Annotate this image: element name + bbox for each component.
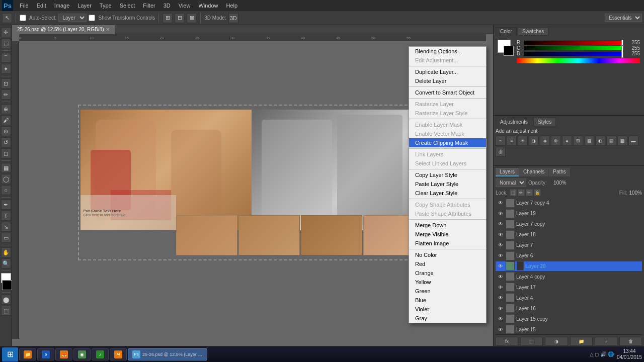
r-slider[interactable]: [524, 40, 624, 45]
ctx-rasterize-layer-style[interactable]: Rasterize Layer Style: [409, 109, 486, 118]
adj-posterize[interactable]: ▤: [606, 136, 616, 146]
taskbar-chrome[interactable]: ◉: [73, 348, 91, 360]
g-slider[interactable]: [524, 46, 624, 51]
ctx-no-color[interactable]: No Color: [409, 250, 486, 259]
ctx-paste-layer-style[interactable]: Paste Layer Style: [409, 179, 486, 189]
channels-tab[interactable]: Channels: [519, 168, 548, 176]
adj-channel-mixer[interactable]: ⊞: [573, 136, 583, 146]
layer-item-layer-16[interactable]: 👁Layer 16: [496, 303, 642, 313]
eyedropper-tool[interactable]: ✏: [1, 89, 11, 100]
b-slider[interactable]: [524, 51, 624, 56]
lasso-tool[interactable]: ⌒: [1, 53, 11, 63]
menu-filter[interactable]: Filter: [139, 2, 158, 10]
adj-brightness[interactable]: ☀: [518, 136, 528, 146]
color-spectrum-bar[interactable]: [517, 58, 640, 63]
taskbar-explorer[interactable]: 📁: [19, 348, 36, 360]
layer-item-layer-19[interactable]: 👁Layer 19: [496, 209, 642, 219]
ctx-flatten-image[interactable]: Flatten Image: [409, 239, 486, 248]
align-right[interactable]: ⊠: [187, 13, 197, 23]
ctx-blending-options[interactable]: Blending Options...: [409, 47, 486, 56]
ctx-copy-layer-style[interactable]: Copy Layer Style: [409, 170, 486, 179]
layer-item-layer-20[interactable]: 👁Layer 20: [496, 261, 642, 272]
ctx-convert-smart-object[interactable]: Convert to Smart Object: [409, 88, 486, 97]
ctx-blue[interactable]: Blue: [409, 296, 486, 305]
layer-eye-layer-6[interactable]: 👁: [497, 252, 504, 259]
ctx-violet[interactable]: Violet: [409, 305, 486, 314]
layer-item-layer-15[interactable]: 👁Layer 15: [496, 324, 642, 334]
layer-item-layer-4[interactable]: 👁Layer 4: [496, 293, 642, 303]
menu-help[interactable]: Help: [223, 2, 242, 10]
adj-levels[interactable]: ≡: [507, 136, 517, 146]
menu-file[interactable]: File: [16, 2, 32, 10]
adj-gradient-map[interactable]: ▬: [628, 136, 638, 146]
add-adj-btn[interactable]: ◑: [545, 337, 568, 346]
rectangle-select-tool[interactable]: ⬚: [1, 38, 11, 48]
dodge-tool[interactable]: ○: [1, 185, 11, 195]
taskbar-photoshop[interactable]: Ps 25-26.psd @ 12.5% (Layer 20, RGB/8): [128, 348, 207, 360]
layer-eye-layer-15-copy[interactable]: 👁: [497, 315, 504, 322]
layer-item-layer-4-copy[interactable]: 👁Layer 4 copy: [496, 272, 642, 282]
layer-eye-layer-4-copy[interactable]: 👁: [497, 273, 504, 280]
eraser-tool[interactable]: ◻: [1, 148, 11, 158]
taskbar-ie[interactable]: e: [37, 348, 54, 360]
menu-type[interactable]: Type: [96, 2, 115, 10]
ctx-clear-layer-style[interactable]: Clear Layer Style: [409, 189, 486, 198]
ctx-yellow[interactable]: Yellow: [409, 278, 486, 287]
show-transform-checkbox[interactable]: [89, 15, 95, 21]
paths-tab[interactable]: Paths: [549, 168, 570, 176]
background-color[interactable]: [2, 280, 12, 290]
screen-mode-btn[interactable]: ⬚: [1, 306, 11, 316]
new-group-btn[interactable]: 📁: [570, 337, 593, 346]
tab-close-btn[interactable]: ✕: [106, 27, 110, 32]
blur-tool[interactable]: ◯: [1, 174, 11, 184]
magic-wand-tool[interactable]: ✦: [1, 64, 11, 74]
taskbar-music[interactable]: ♪: [92, 348, 109, 360]
fg-bg-colors[interactable]: [498, 40, 514, 56]
ctx-rasterize-layer[interactable]: Rasterize Layer: [409, 100, 486, 109]
brush-tool[interactable]: 🖌: [1, 115, 11, 125]
layers-tab[interactable]: Layers: [496, 168, 519, 176]
menu-edit[interactable]: Edit: [33, 2, 50, 10]
swatches-tab[interactable]: Swatches: [518, 27, 548, 36]
adj-vibrance[interactable]: ◈: [540, 136, 550, 146]
ctx-paste-shape-attr[interactable]: Paste Shape Attributes: [409, 209, 486, 218]
start-button[interactable]: ⊞: [2, 347, 18, 361]
lock-pixels-btn[interactable]: ✏: [518, 189, 525, 196]
menu-window[interactable]: Window: [195, 2, 221, 10]
align-left[interactable]: ⊞: [163, 13, 173, 23]
lock-position-btn[interactable]: ✛: [526, 189, 533, 196]
ctx-select-linked-layers[interactable]: Select Linked Layers: [409, 159, 486, 168]
align-center[interactable]: ⊟: [175, 13, 185, 23]
zoom-tool[interactable]: 🔍: [1, 258, 11, 268]
taskbar-firefox[interactable]: 🦊: [55, 348, 72, 360]
adj-curves[interactable]: ~: [496, 136, 506, 146]
ctx-copy-shape-attr[interactable]: Copy Shape Attributes: [409, 200, 486, 209]
ctx-link-layers[interactable]: Link Layers: [409, 150, 486, 159]
quick-mask-btn[interactable]: ⬤: [1, 295, 11, 305]
layer-item-layer-15-copy[interactable]: 👁Layer 15 copy: [496, 314, 642, 324]
delete-layer-btn[interactable]: 🗑: [619, 337, 642, 346]
ctx-enable-vector-mask[interactable]: Enable Vector Mask: [409, 129, 486, 138]
layer-item-layer-18[interactable]: 👁Layer 18: [496, 230, 642, 240]
adjustments-tab[interactable]: Adjustments: [496, 118, 532, 126]
lock-all-btn[interactable]: 🔒: [534, 189, 541, 196]
ctx-enable-layer-mask[interactable]: Enable Layer Mask: [409, 120, 486, 129]
ctx-orange[interactable]: Orange: [409, 268, 486, 278]
workspace-dropdown[interactable]: Essentials: [605, 14, 642, 22]
menu-image[interactable]: Image: [51, 2, 73, 10]
ctx-merge-down[interactable]: Merge Down: [409, 221, 486, 230]
adj-invert[interactable]: ◐: [595, 136, 605, 146]
auto-select-dropdown[interactable]: Layer Group: [58, 14, 87, 22]
layer-eye-layer-7-copy[interactable]: 👁: [497, 221, 504, 228]
adj-threshold[interactable]: ▩: [617, 136, 627, 146]
hand-tool[interactable]: ✋: [1, 247, 11, 257]
ctx-gray[interactable]: Gray: [409, 314, 486, 323]
ctx-duplicate-layer[interactable]: Duplicate Layer...: [409, 67, 486, 76]
document-tab[interactable]: 25-26.psd @ 12.5% (Layer 20, RGB/8) ✕: [12, 25, 115, 34]
layer-item-layer-7[interactable]: 👁Layer 7: [496, 240, 642, 250]
background-color-swatch[interactable]: [504, 46, 514, 56]
crop-tool[interactable]: ⊡: [1, 78, 11, 88]
move-tool[interactable]: ↖: [2, 13, 12, 23]
adj-photo-filter[interactable]: ▲: [562, 136, 572, 146]
menu-view[interactable]: View: [175, 2, 194, 10]
